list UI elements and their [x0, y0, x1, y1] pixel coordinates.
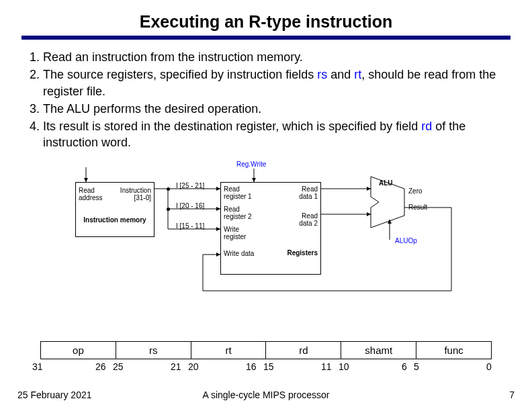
- aluop-label: ALUOp: [395, 237, 417, 244]
- instruction-format-table: op rs rt rd shamt func: [40, 341, 492, 359]
- bit-26: 26: [95, 361, 106, 372]
- zero-label: Zero: [408, 187, 423, 195]
- footer-page: 7: [509, 390, 515, 400]
- bit-16: 16: [246, 361, 257, 372]
- bit-11: 11: [321, 361, 332, 372]
- step-1: Read an instruction from the instruction…: [43, 49, 506, 65]
- step-4a: Its result is stored in the destination …: [43, 120, 421, 133]
- field-func: func: [416, 342, 492, 359]
- step-1-text: Read an instruction from the instruction…: [43, 50, 303, 64]
- wire-dot: [167, 208, 170, 211]
- field-rs: rs: [116, 342, 191, 359]
- bit-20: 20: [188, 361, 199, 372]
- step-4: Its result is stored in the destination …: [43, 118, 506, 151]
- slide-title: Executing an R-type instruction: [21, 12, 511, 36]
- bits-20-16: I [20 - 16]: [176, 202, 204, 210]
- bits-25-21: I [25 - 21]: [176, 182, 204, 189]
- datapath-diagram: Reg.Write Read address Instruction [31-0…: [21, 159, 512, 300]
- body-text: Read an instruction from the instruction…: [21, 49, 511, 151]
- step-3: The ALU performs the desired operation.: [43, 101, 506, 117]
- step-3-text: The ALU performs the desired operation.: [43, 102, 261, 116]
- diagram-svg: [21, 159, 512, 300]
- field-op: op: [41, 342, 116, 359]
- alu-label: ALU: [379, 179, 393, 187]
- title-rule: [21, 36, 511, 40]
- field-rd: rd: [266, 342, 341, 359]
- bit-6: 6: [402, 361, 407, 372]
- field-shamt: shamt: [341, 342, 416, 359]
- bit-31: 31: [32, 361, 43, 372]
- field-rt: rt: [191, 342, 266, 359]
- footer-caption: A single-cycle MIPS processor: [0, 390, 532, 400]
- step-2a: The source registers, specified by instr…: [43, 68, 317, 81]
- result-label: Result: [408, 203, 427, 211]
- rt-keyword: rt: [354, 68, 361, 81]
- bits-15-11: I [15 - 11]: [176, 222, 204, 230]
- step-2: The source registers, specified by instr…: [43, 66, 506, 99]
- rd-keyword: rd: [421, 120, 432, 133]
- bit-21: 21: [171, 361, 181, 372]
- bit-5: 5: [414, 361, 419, 372]
- bit-25: 25: [113, 361, 124, 372]
- wire-dot: [167, 187, 170, 191]
- bit-15: 15: [263, 361, 274, 372]
- bit-0: 0: [486, 361, 492, 372]
- bit-10: 10: [339, 361, 349, 372]
- step-2b: and: [327, 68, 354, 81]
- rs-keyword: rs: [317, 68, 327, 81]
- slide: Executing an R-type instruction Read an …: [0, 0, 532, 411]
